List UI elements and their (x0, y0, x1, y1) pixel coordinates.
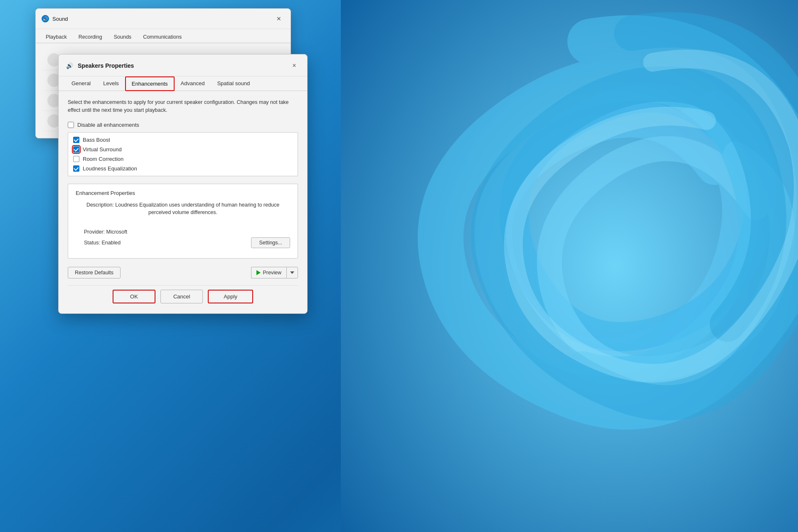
speakers-body: Select the enhancements to apply for you… (59, 91, 307, 313)
bass-boost-label: Bass Boost (83, 137, 110, 143)
sound-dialog-title: Sound (52, 16, 273, 22)
room-correction-label: Room Correction (83, 156, 123, 162)
ep-status-row: Status: Enabled Settings... (84, 237, 290, 248)
enhancement-properties-title: Enhancement Properties (76, 190, 290, 196)
enhancements-description: Select the enhancements to apply for you… (68, 99, 298, 114)
preview-main-button[interactable]: Preview (251, 267, 286, 278)
speakers-tabs-bar: General Levels Enhancements Advanced Spa… (59, 76, 307, 91)
sound-dialog-titlebar: 🔊 Sound ✕ (36, 9, 291, 29)
disable-all-label: Disable all enhancements (77, 122, 139, 128)
speakers-dialog-icon: 🔊 (65, 62, 74, 70)
tab-advanced[interactable]: Advanced (175, 76, 211, 91)
loudness-eq-label: Loudness Equalization (83, 165, 137, 172)
speakers-titlebar: 🔊 Speakers Properties × (59, 54, 307, 76)
tab-spatial-sound[interactable]: Spatial sound (211, 76, 256, 91)
enhancement-item-virtual-surround: Virtual Surround (70, 145, 296, 154)
tab-general[interactable]: General (65, 76, 97, 91)
dropdown-arrow-icon (290, 271, 294, 274)
sound-dialog-close[interactable]: ✕ (273, 13, 285, 25)
bass-boost-checkbox[interactable] (73, 137, 79, 143)
tab-levels[interactable]: Levels (97, 76, 125, 91)
enhancements-list: Bass Boost Virtual Surround Room Correct… (68, 132, 298, 176)
restore-defaults-button[interactable]: Restore Defaults (68, 267, 121, 278)
speakers-dialog-title: Speakers Properties (78, 62, 288, 69)
ep-status-text: Status: Enabled (84, 240, 121, 246)
virtual-surround-label: Virtual Surround (83, 146, 122, 153)
apply-button[interactable]: Apply (208, 290, 253, 303)
settings-button[interactable]: Settings... (251, 237, 290, 248)
enhancement-properties-panel: Enhancement Properties Description: Loud… (68, 184, 298, 259)
speakers-footer-top: Restore Defaults Preview (68, 267, 298, 278)
enhancement-item-room-correction: Room Correction (70, 154, 296, 164)
tab-recording[interactable]: Recording (73, 32, 108, 43)
ok-button[interactable]: OK (113, 290, 155, 303)
enhancement-item-bass-boost: Bass Boost (70, 135, 296, 145)
enhancement-item-loudness-eq: Loudness Equalization (70, 164, 296, 173)
ep-description-text: Description: Loudness Equalization uses … (76, 201, 290, 217)
cancel-button[interactable]: Cancel (160, 290, 203, 303)
tab-playback[interactable]: Playback (40, 32, 73, 43)
svg-rect-0 (341, 0, 798, 532)
preview-split-button: Preview (251, 267, 298, 278)
preview-label: Preview (263, 270, 281, 276)
sound-dialog-icon: 🔊 (42, 15, 49, 22)
loudness-eq-checkbox[interactable] (73, 165, 79, 172)
tab-enhancements[interactable]: Enhancements (125, 76, 175, 91)
room-correction-checkbox[interactable] (73, 156, 79, 162)
virtual-surround-checkbox[interactable] (73, 146, 79, 153)
ep-provider-text: Provider: Microsoft (84, 229, 290, 235)
play-icon (256, 270, 261, 275)
sound-dialog-tabs: Playback Recording Sounds Communications (36, 29, 291, 43)
preview-dropdown-button[interactable] (286, 267, 298, 278)
speakers-properties-dialog: 🔊 Speakers Properties × General Levels E… (58, 54, 308, 314)
speakers-dialog-close-button[interactable]: × (288, 59, 300, 72)
disable-all-row: Disable all enhancements (68, 122, 298, 128)
disable-all-checkbox[interactable] (68, 122, 74, 128)
tab-communications[interactable]: Communications (137, 32, 187, 43)
speakers-dialog-buttons: OK Cancel Apply (68, 285, 298, 306)
tab-sounds[interactable]: Sounds (108, 32, 137, 43)
